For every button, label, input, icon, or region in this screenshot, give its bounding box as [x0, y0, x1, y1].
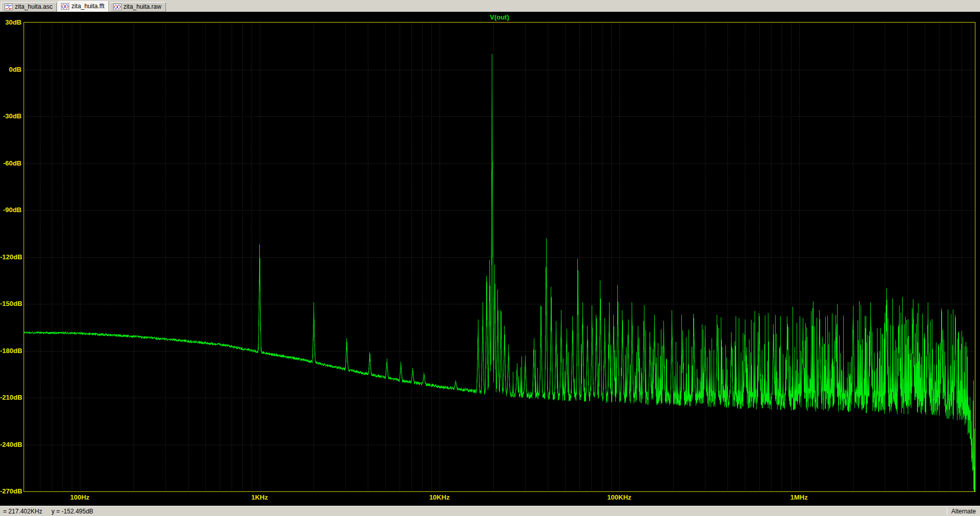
schematic-icon — [5, 4, 13, 10]
tab-label: zita_huita.fft — [71, 3, 105, 10]
x-axis-tick-label[interactable]: 100Hz — [62, 493, 98, 501]
y-axis-tick-label[interactable]: -270dB — [0, 487, 22, 496]
cursor-y-readout: y = -152.495dB — [51, 508, 93, 515]
y-axis-tick-label[interactable]: 0dB — [0, 66, 22, 74]
x-axis-tick-label[interactable]: 100KHz — [601, 493, 637, 501]
trace-name-label[interactable]: V(out) — [24, 13, 975, 21]
plot-mode-label: Alternate — [951, 508, 976, 515]
status-bar: = 217.402KHz y = -152.495dB Alternate — [0, 506, 980, 516]
tab-zita-huita-asc[interactable]: zita_huita.asc — [1, 2, 57, 12]
y-axis-tick-label[interactable]: -120dB — [0, 253, 22, 261]
y-axis-tick-label[interactable]: -150dB — [0, 300, 22, 308]
cursor-x-readout: = 217.402KHz — [3, 508, 42, 515]
y-axis-tick-label[interactable]: -60dB — [0, 159, 22, 168]
fft-trace-canvas[interactable] — [24, 23, 975, 491]
y-axis-tick-label[interactable]: -210dB — [0, 394, 22, 402]
waveform-icon — [113, 4, 121, 10]
tab-zita-huita-fft[interactable]: zita_huita.fft — [57, 1, 109, 12]
x-axis-tick-label[interactable]: 1KHz — [242, 493, 278, 501]
tab-label: zita_huita.asc — [15, 3, 52, 10]
cursor-readout: = 217.402KHz y = -152.495dB — [3, 508, 93, 515]
waveform-pane[interactable]: V(out) 30dB0dB-30dB-60dB-90dB-120dB-150d… — [0, 12, 980, 506]
tab-zita-huita-raw[interactable]: zita_huita.raw — [110, 2, 166, 12]
fft-plot-icon — [61, 3, 69, 10]
y-axis-tick-label[interactable]: 30dB — [0, 18, 22, 27]
y-axis-tick-label[interactable]: -240dB — [0, 441, 22, 449]
y-axis-tick-label[interactable]: -180dB — [0, 347, 22, 355]
tab-label: zita_huita.raw — [123, 3, 161, 10]
status-bar-divider — [947, 508, 947, 515]
x-axis-tick-label[interactable]: 1MHz — [781, 493, 817, 501]
y-axis-tick-label[interactable]: -90dB — [0, 206, 22, 214]
x-axis-tick-label[interactable]: 10KHz — [422, 493, 457, 501]
plot-area[interactable] — [24, 22, 975, 492]
document-tabbar: zita_huita.asc zita_huita.fft zita_huita… — [0, 0, 980, 12]
y-axis-tick-label[interactable]: -30dB — [0, 112, 22, 120]
